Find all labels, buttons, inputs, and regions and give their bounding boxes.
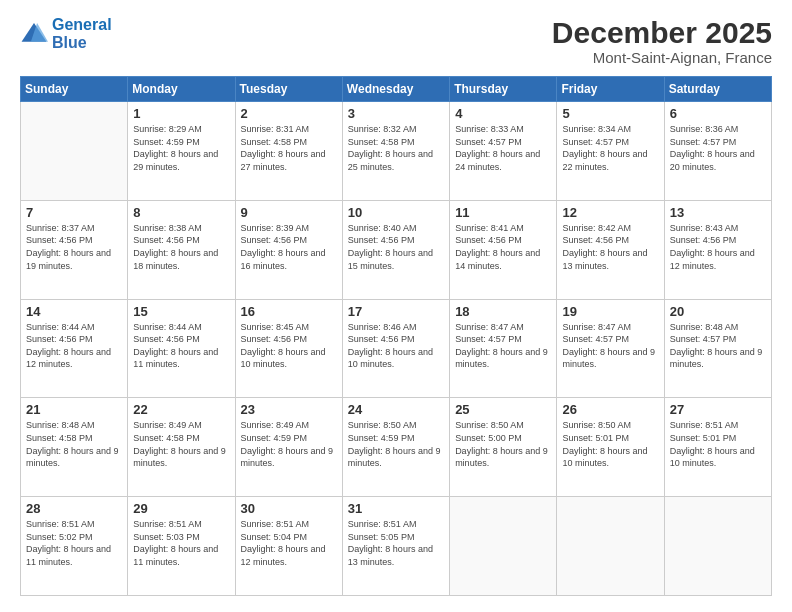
day-number: 29 — [133, 501, 229, 516]
calendar-table: SundayMondayTuesdayWednesdayThursdayFrid… — [20, 76, 772, 596]
day-number: 24 — [348, 402, 444, 417]
calendar-cell: 23Sunrise: 8:49 AMSunset: 4:59 PMDayligh… — [235, 398, 342, 497]
calendar-cell: 3Sunrise: 8:32 AMSunset: 4:58 PMDaylight… — [342, 102, 449, 201]
day-number: 8 — [133, 205, 229, 220]
weekday-header-friday: Friday — [557, 77, 664, 102]
day-number: 2 — [241, 106, 337, 121]
day-info: Sunrise: 8:42 AMSunset: 4:56 PMDaylight:… — [562, 222, 658, 272]
calendar-cell — [557, 497, 664, 596]
calendar-cell: 16Sunrise: 8:45 AMSunset: 4:56 PMDayligh… — [235, 299, 342, 398]
day-number: 30 — [241, 501, 337, 516]
weekday-header-wednesday: Wednesday — [342, 77, 449, 102]
calendar-cell: 21Sunrise: 8:48 AMSunset: 4:58 PMDayligh… — [21, 398, 128, 497]
header: General Blue December 2025 Mont-Saint-Ai… — [20, 16, 772, 66]
day-info: Sunrise: 8:39 AMSunset: 4:56 PMDaylight:… — [241, 222, 337, 272]
calendar-cell: 15Sunrise: 8:44 AMSunset: 4:56 PMDayligh… — [128, 299, 235, 398]
day-info: Sunrise: 8:47 AMSunset: 4:57 PMDaylight:… — [562, 321, 658, 371]
day-number: 28 — [26, 501, 122, 516]
day-number: 23 — [241, 402, 337, 417]
day-info: Sunrise: 8:50 AMSunset: 4:59 PMDaylight:… — [348, 419, 444, 469]
calendar-cell: 9Sunrise: 8:39 AMSunset: 4:56 PMDaylight… — [235, 200, 342, 299]
calendar-cell: 30Sunrise: 8:51 AMSunset: 5:04 PMDayligh… — [235, 497, 342, 596]
day-info: Sunrise: 8:49 AMSunset: 4:58 PMDaylight:… — [133, 419, 229, 469]
weekday-header-thursday: Thursday — [450, 77, 557, 102]
weekday-header-monday: Monday — [128, 77, 235, 102]
day-info: Sunrise: 8:29 AMSunset: 4:59 PMDaylight:… — [133, 123, 229, 173]
calendar-cell: 14Sunrise: 8:44 AMSunset: 4:56 PMDayligh… — [21, 299, 128, 398]
calendar-cell: 19Sunrise: 8:47 AMSunset: 4:57 PMDayligh… — [557, 299, 664, 398]
day-number: 26 — [562, 402, 658, 417]
week-row-3: 14Sunrise: 8:44 AMSunset: 4:56 PMDayligh… — [21, 299, 772, 398]
week-row-1: 1Sunrise: 8:29 AMSunset: 4:59 PMDaylight… — [21, 102, 772, 201]
weekday-header-saturday: Saturday — [664, 77, 771, 102]
day-number: 20 — [670, 304, 766, 319]
week-row-4: 21Sunrise: 8:48 AMSunset: 4:58 PMDayligh… — [21, 398, 772, 497]
day-info: Sunrise: 8:37 AMSunset: 4:56 PMDaylight:… — [26, 222, 122, 272]
day-info: Sunrise: 8:47 AMSunset: 4:57 PMDaylight:… — [455, 321, 551, 371]
calendar-subtitle: Mont-Saint-Aignan, France — [552, 49, 772, 66]
day-info: Sunrise: 8:50 AMSunset: 5:01 PMDaylight:… — [562, 419, 658, 469]
day-number: 16 — [241, 304, 337, 319]
weekday-header-row: SundayMondayTuesdayWednesdayThursdayFrid… — [21, 77, 772, 102]
day-info: Sunrise: 8:51 AMSunset: 5:02 PMDaylight:… — [26, 518, 122, 568]
day-info: Sunrise: 8:38 AMSunset: 4:56 PMDaylight:… — [133, 222, 229, 272]
calendar-cell: 18Sunrise: 8:47 AMSunset: 4:57 PMDayligh… — [450, 299, 557, 398]
calendar-cell — [450, 497, 557, 596]
calendar-cell: 31Sunrise: 8:51 AMSunset: 5:05 PMDayligh… — [342, 497, 449, 596]
logo-text: General Blue — [52, 16, 112, 51]
calendar-cell: 2Sunrise: 8:31 AMSunset: 4:58 PMDaylight… — [235, 102, 342, 201]
title-block: December 2025 Mont-Saint-Aignan, France — [552, 16, 772, 66]
calendar-cell: 24Sunrise: 8:50 AMSunset: 4:59 PMDayligh… — [342, 398, 449, 497]
day-number: 12 — [562, 205, 658, 220]
day-number: 6 — [670, 106, 766, 121]
day-number: 13 — [670, 205, 766, 220]
day-number: 9 — [241, 205, 337, 220]
day-number: 27 — [670, 402, 766, 417]
day-info: Sunrise: 8:51 AMSunset: 5:03 PMDaylight:… — [133, 518, 229, 568]
weekday-header-tuesday: Tuesday — [235, 77, 342, 102]
day-info: Sunrise: 8:51 AMSunset: 5:05 PMDaylight:… — [348, 518, 444, 568]
day-info: Sunrise: 8:32 AMSunset: 4:58 PMDaylight:… — [348, 123, 444, 173]
day-number: 22 — [133, 402, 229, 417]
day-number: 3 — [348, 106, 444, 121]
day-number: 18 — [455, 304, 551, 319]
calendar-cell: 26Sunrise: 8:50 AMSunset: 5:01 PMDayligh… — [557, 398, 664, 497]
calendar-cell: 1Sunrise: 8:29 AMSunset: 4:59 PMDaylight… — [128, 102, 235, 201]
day-number: 17 — [348, 304, 444, 319]
calendar-cell: 27Sunrise: 8:51 AMSunset: 5:01 PMDayligh… — [664, 398, 771, 497]
calendar-cell: 22Sunrise: 8:49 AMSunset: 4:58 PMDayligh… — [128, 398, 235, 497]
day-info: Sunrise: 8:44 AMSunset: 4:56 PMDaylight:… — [26, 321, 122, 371]
day-info: Sunrise: 8:48 AMSunset: 4:58 PMDaylight:… — [26, 419, 122, 469]
day-info: Sunrise: 8:41 AMSunset: 4:56 PMDaylight:… — [455, 222, 551, 272]
day-number: 15 — [133, 304, 229, 319]
day-number: 11 — [455, 205, 551, 220]
calendar-title: December 2025 — [552, 16, 772, 49]
calendar-cell: 20Sunrise: 8:48 AMSunset: 4:57 PMDayligh… — [664, 299, 771, 398]
logo: General Blue — [20, 16, 112, 51]
day-number: 7 — [26, 205, 122, 220]
weekday-header-sunday: Sunday — [21, 77, 128, 102]
day-info: Sunrise: 8:51 AMSunset: 5:04 PMDaylight:… — [241, 518, 337, 568]
calendar-cell: 12Sunrise: 8:42 AMSunset: 4:56 PMDayligh… — [557, 200, 664, 299]
day-info: Sunrise: 8:36 AMSunset: 4:57 PMDaylight:… — [670, 123, 766, 173]
day-info: Sunrise: 8:48 AMSunset: 4:57 PMDaylight:… — [670, 321, 766, 371]
calendar-cell: 11Sunrise: 8:41 AMSunset: 4:56 PMDayligh… — [450, 200, 557, 299]
page: General Blue December 2025 Mont-Saint-Ai… — [0, 0, 792, 612]
day-number: 21 — [26, 402, 122, 417]
day-number: 14 — [26, 304, 122, 319]
day-info: Sunrise: 8:33 AMSunset: 4:57 PMDaylight:… — [455, 123, 551, 173]
calendar-cell: 7Sunrise: 8:37 AMSunset: 4:56 PMDaylight… — [21, 200, 128, 299]
day-info: Sunrise: 8:40 AMSunset: 4:56 PMDaylight:… — [348, 222, 444, 272]
day-info: Sunrise: 8:34 AMSunset: 4:57 PMDaylight:… — [562, 123, 658, 173]
day-info: Sunrise: 8:44 AMSunset: 4:56 PMDaylight:… — [133, 321, 229, 371]
calendar-cell — [21, 102, 128, 201]
calendar-cell: 25Sunrise: 8:50 AMSunset: 5:00 PMDayligh… — [450, 398, 557, 497]
calendar-cell: 4Sunrise: 8:33 AMSunset: 4:57 PMDaylight… — [450, 102, 557, 201]
day-info: Sunrise: 8:49 AMSunset: 4:59 PMDaylight:… — [241, 419, 337, 469]
logo-icon — [20, 20, 48, 48]
day-number: 19 — [562, 304, 658, 319]
week-row-2: 7Sunrise: 8:37 AMSunset: 4:56 PMDaylight… — [21, 200, 772, 299]
calendar-cell: 13Sunrise: 8:43 AMSunset: 4:56 PMDayligh… — [664, 200, 771, 299]
calendar-cell: 10Sunrise: 8:40 AMSunset: 4:56 PMDayligh… — [342, 200, 449, 299]
day-info: Sunrise: 8:45 AMSunset: 4:56 PMDaylight:… — [241, 321, 337, 371]
